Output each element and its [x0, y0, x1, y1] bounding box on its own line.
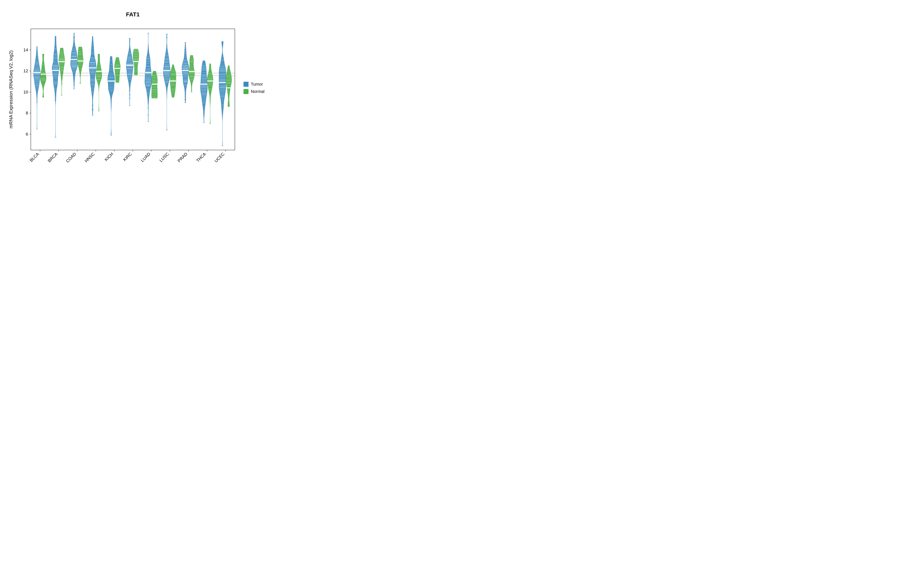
- bean-BRCA-tumor: [52, 36, 59, 137]
- legend-swatch-tumor: [244, 82, 249, 87]
- legend-label-normal: Normal: [251, 89, 265, 94]
- bean-LUSC-tumor: [163, 34, 170, 130]
- legend-swatch-normal: [244, 89, 249, 94]
- bean-PRAD-normal: [189, 55, 195, 92]
- chart-svg: FAT168101214mRNA Expression (RNASeq V2, …: [0, 0, 289, 181]
- y-tick-label: 6: [26, 132, 28, 137]
- y-tick-label: 10: [24, 90, 28, 94]
- bean-KICH-normal: [114, 57, 120, 82]
- bean-THCA-normal: [207, 64, 213, 124]
- x-tick-label: LUAD: [140, 152, 151, 163]
- y-tick-label: 14: [24, 47, 28, 52]
- bean-KICH-tumor: [108, 56, 115, 135]
- legend-label-tumor: Tumor: [251, 82, 263, 87]
- y-axis-label: mRNA Expression (RNASeq V2, log2): [8, 50, 13, 129]
- x-tick-label: KICH: [103, 152, 114, 162]
- x-tick-label: THCA: [195, 152, 207, 163]
- bean-HNSC-normal: [96, 54, 102, 111]
- x-tick-label: UCEC: [214, 152, 226, 163]
- x-tick-label: BLCA: [29, 152, 40, 163]
- x-tick-label: HNSC: [84, 152, 96, 163]
- bean-UCEC-tumor: [219, 42, 226, 146]
- y-tick-label: 8: [26, 111, 28, 115]
- y-tick-label: 12: [24, 68, 28, 73]
- bean-COAD-tumor: [71, 33, 78, 89]
- bean-UCEC-normal: [226, 66, 232, 107]
- x-tick-label: KIRC: [122, 152, 133, 162]
- chart-title: FAT1: [126, 11, 140, 18]
- x-tick-label: LUSC: [158, 152, 170, 163]
- chart-container: FAT168101214mRNA Expression (RNASeq V2, …: [0, 0, 289, 181]
- x-tick-label: COAD: [65, 152, 77, 164]
- bean-HNSC-tumor: [89, 36, 96, 115]
- bean-BLCA-normal: [40, 54, 46, 97]
- bean-COAD-normal: [78, 47, 83, 84]
- x-tick-label: PRAD: [177, 152, 189, 163]
- x-tick-label: BRCA: [47, 152, 58, 163]
